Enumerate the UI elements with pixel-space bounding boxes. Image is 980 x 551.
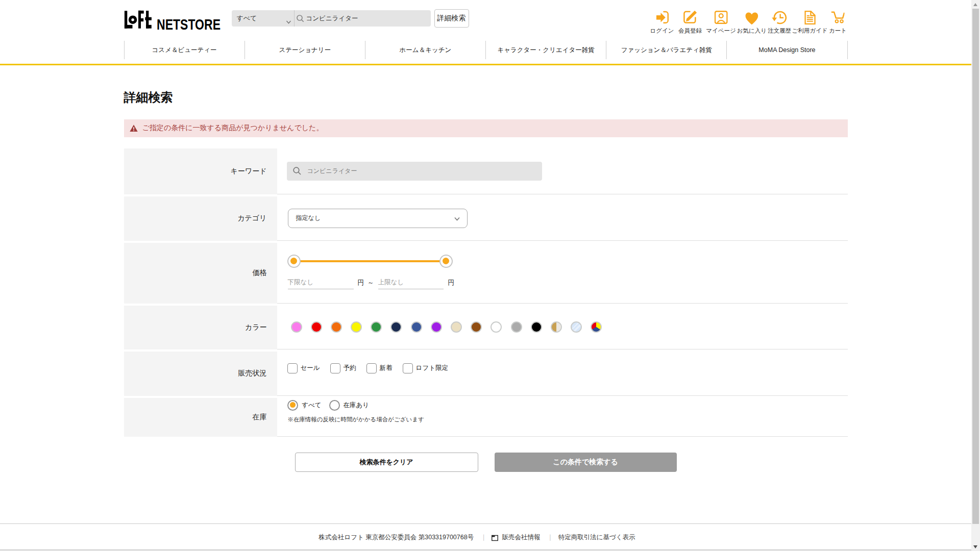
svg-text:NETSTORE: NETSTORE (157, 16, 220, 32)
